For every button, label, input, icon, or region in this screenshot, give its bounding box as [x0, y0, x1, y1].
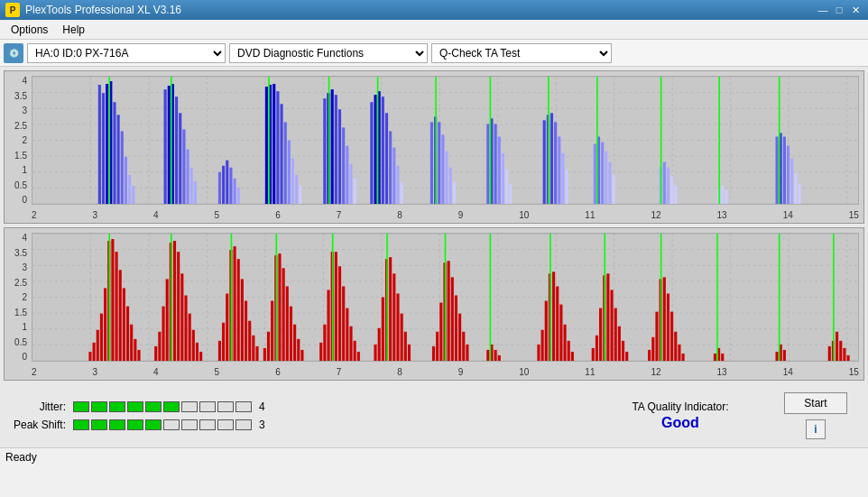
- ta-quality-value: Good: [661, 415, 699, 431]
- bottom-chart-x-axis: 2 3 4 5 6 7 8 9 10 11 12 13 14 15: [32, 364, 859, 380]
- svg-rect-273: [670, 312, 673, 361]
- svg-rect-256: [592, 348, 595, 361]
- svg-rect-247: [545, 301, 548, 361]
- svg-rect-226: [404, 332, 407, 361]
- svg-rect-250: [556, 286, 559, 361]
- svg-rect-42: [194, 181, 197, 204]
- svg-rect-49: [237, 188, 240, 204]
- maximize-button[interactable]: □: [832, 4, 846, 16]
- svg-rect-154: [93, 343, 96, 361]
- svg-rect-107: [601, 143, 604, 204]
- svg-rect-85: [446, 152, 448, 204]
- svg-rect-89: [486, 124, 489, 204]
- svg-rect-108: [605, 152, 607, 204]
- main-area: 4 3.5 3 2.5 2 1.5 1 0.5 0: [0, 67, 868, 384]
- svg-rect-81: [430, 122, 433, 204]
- svg-rect-274: [674, 332, 677, 361]
- svg-rect-164: [130, 325, 133, 361]
- svg-rect-157: [104, 288, 106, 361]
- svg-rect-192: [255, 346, 258, 361]
- svg-rect-122: [776, 136, 779, 204]
- svg-rect-109: [608, 162, 611, 204]
- top-chart: 4 3.5 3 2.5 2 1.5 1 0.5 0: [4, 70, 864, 224]
- svg-rect-39: [182, 129, 185, 204]
- jitter-label: Jitter:: [7, 400, 66, 413]
- svg-rect-280: [721, 354, 724, 361]
- svg-rect-187: [237, 259, 240, 361]
- svg-rect-50: [265, 87, 268, 204]
- svg-rect-204: [300, 350, 303, 361]
- svg-rect-200: [286, 286, 289, 361]
- minimize-button[interactable]: —: [816, 4, 830, 16]
- svg-rect-44: [218, 172, 221, 204]
- svg-rect-284: [783, 350, 786, 361]
- bottom-panel: Jitter: 4 Peak Shift: 3 TA Quality Indic…: [0, 384, 868, 447]
- progress-segment: [145, 419, 162, 430]
- peak-shift-bar: [73, 419, 252, 430]
- test-select[interactable]: Q-Check TA Test: [431, 43, 612, 63]
- svg-rect-245: [537, 345, 540, 361]
- jitter-row: Jitter: 4: [7, 400, 590, 413]
- svg-rect-28: [117, 115, 120, 204]
- svg-rect-189: [245, 301, 247, 361]
- svg-rect-45: [222, 166, 225, 204]
- svg-rect-170: [162, 307, 164, 361]
- jitter-bar: [73, 401, 252, 412]
- close-button[interactable]: ✕: [848, 4, 863, 16]
- svg-rect-47: [229, 168, 232, 204]
- svg-rect-63: [331, 89, 334, 204]
- svg-rect-166: [137, 350, 140, 361]
- drive-select[interactable]: HA:0 ID:0 PX-716A: [27, 43, 226, 63]
- svg-rect-224: [396, 293, 399, 361]
- svg-rect-278: [714, 354, 716, 361]
- bottom-chart-inner: [32, 233, 859, 362]
- svg-rect-69: [354, 179, 356, 204]
- svg-rect-58: [295, 175, 298, 204]
- info-button[interactable]: i: [806, 419, 826, 439]
- svg-rect-291: [847, 355, 850, 361]
- svg-rect-183: [222, 323, 225, 361]
- svg-rect-115: [670, 177, 673, 204]
- function-select[interactable]: DVD Diagnostic Functions: [229, 43, 428, 63]
- progress-segment: [73, 401, 89, 412]
- svg-rect-95: [509, 184, 512, 204]
- svg-rect-234: [451, 277, 454, 361]
- svg-rect-41: [190, 168, 193, 204]
- svg-rect-55: [284, 122, 287, 204]
- svg-rect-272: [667, 293, 669, 361]
- svg-rect-57: [291, 159, 294, 204]
- svg-rect-68: [349, 164, 352, 204]
- svg-rect-86: [449, 168, 452, 204]
- svg-rect-61: [323, 98, 326, 204]
- svg-rect-30: [125, 157, 127, 204]
- svg-rect-196: [271, 301, 273, 361]
- svg-rect-236: [458, 314, 461, 361]
- svg-rect-188: [241, 279, 244, 361]
- svg-rect-56: [288, 141, 291, 205]
- svg-rect-37: [175, 97, 178, 204]
- svg-rect-169: [158, 332, 161, 361]
- svg-rect-223: [392, 273, 395, 361]
- svg-rect-124: [783, 136, 786, 204]
- svg-rect-276: [682, 354, 685, 361]
- svg-rect-175: [180, 273, 183, 361]
- start-section: Start i: [771, 392, 861, 439]
- menu-help[interactable]: Help: [55, 22, 92, 38]
- menu-options[interactable]: Options: [4, 22, 55, 38]
- svg-rect-97: [543, 120, 546, 204]
- svg-rect-235: [455, 295, 457, 361]
- svg-rect-66: [342, 127, 345, 204]
- start-button[interactable]: Start: [784, 392, 847, 414]
- svg-rect-32: [132, 186, 134, 204]
- svg-rect-242: [494, 350, 497, 361]
- svg-rect-229: [432, 346, 435, 361]
- svg-rect-263: [618, 327, 621, 361]
- progress-segment: [199, 419, 216, 430]
- svg-rect-72: [374, 95, 376, 204]
- svg-rect-24: [102, 93, 105, 204]
- svg-rect-128: [798, 184, 800, 204]
- window-title: PlexTools Professional XL V3.16: [25, 4, 181, 16]
- svg-rect-93: [502, 153, 504, 204]
- svg-rect-202: [293, 325, 296, 361]
- svg-rect-254: [571, 352, 574, 361]
